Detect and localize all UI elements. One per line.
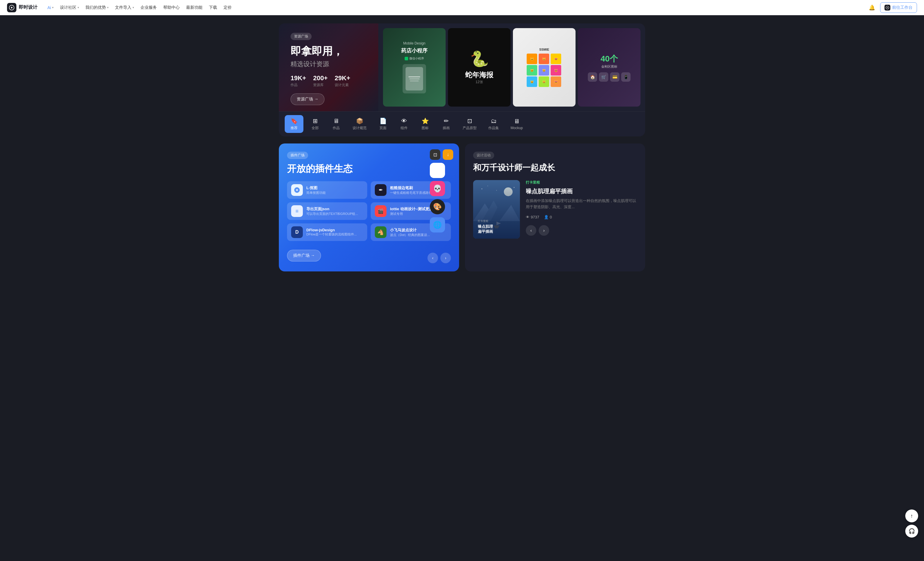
activity-nav: ‹ › xyxy=(526,225,637,236)
logo-text: 即时设计 xyxy=(19,5,38,11)
plugin-float-icon-4: 💀 xyxy=(430,181,445,196)
tab-pages[interactable]: 📄 页面 xyxy=(374,115,392,133)
nav-item-help[interactable]: 帮助中心 xyxy=(160,3,183,12)
plugin-dflow-icon: D xyxy=(291,226,303,238)
activity-name: 噪点肌理扁平插画 xyxy=(526,187,637,195)
activity-meta: 👁 9737 👤 0 xyxy=(526,215,637,219)
nav-item-community[interactable]: 设计社区 ▾ xyxy=(57,3,82,12)
box-icon: 📦 xyxy=(356,117,363,125)
chevron-down-icon: ▾ xyxy=(78,6,79,9)
plugin-item-dflow[interactable]: D DFlow-jsDesign DFlow是一个轻量级的流程图组件... xyxy=(287,223,367,241)
workspace-logo-icon xyxy=(885,5,890,11)
nav-item-latest[interactable]: 最新功能 xyxy=(183,3,206,12)
plugin-float-icon-2: ↓ xyxy=(443,149,453,160)
views-count: 👁 9737 xyxy=(526,215,539,219)
plugin-float-icon-5: 🎨 xyxy=(430,199,445,214)
hero-card-icons[interactable]: 40个 金刚区图标 🏠 🛒 💳 📱 xyxy=(578,28,640,107)
tab-collection[interactable]: 🗂 作品集 xyxy=(484,115,504,133)
plugin-item-cutout[interactable]: L-抠图 简单抠图功能 xyxy=(287,181,367,199)
scroll-top-button[interactable]: ↑ xyxy=(905,510,918,522)
plugin-item-json[interactable]: ≡ 导出页面json 可以导出页面的TEXT和GROUP组... xyxy=(287,202,367,220)
person-icon: 👤 xyxy=(544,215,549,219)
goto-workspace-button[interactable]: 前往工作台 xyxy=(880,2,917,13)
plugin-float-icon-1: ⊡ xyxy=(430,149,440,160)
plugin-float-icon-3: ✂ xyxy=(430,163,445,178)
chevron-down-icon: ▾ xyxy=(107,6,108,9)
floating-plugin-icons: ⊡ ↓ ✂ 💀 🎨 🌐 xyxy=(430,149,453,233)
tab-icons[interactable]: ⭐ 图标 xyxy=(416,115,435,133)
hero-card-mobile[interactable]: Mobile Design 药店小程序 微信小程序 xyxy=(383,28,446,107)
tab-all[interactable]: ⊞ 全部 xyxy=(306,115,324,133)
activity-tag: 打卡里程 xyxy=(526,180,637,185)
bookmark-icon: 🔖 xyxy=(291,117,298,125)
nav-item-download[interactable]: 下载 xyxy=(206,3,220,12)
plugin-cutout-icon xyxy=(291,184,303,196)
tab-recommend[interactable]: 🔖 推荐 xyxy=(285,115,303,133)
plugin-card: ⊡ ↓ ✂ 💀 🎨 🌐 插件广场 开放的插件生态 xyxy=(279,143,459,271)
tab-mockup[interactable]: 🖥 Mockup xyxy=(506,116,528,132)
grid-icon: ⊞ xyxy=(313,117,318,125)
nav-item-pricing[interactable]: 定价 xyxy=(220,3,235,12)
eye-icon: 👁 xyxy=(526,215,530,219)
activity-card: 设计活动 和万千设计师一起成长 xyxy=(465,143,645,271)
hero-title-sub: 精选设计资源 xyxy=(291,60,367,69)
logo[interactable]: 即时设计 xyxy=(7,3,38,12)
activity-next-button[interactable]: › xyxy=(538,225,549,236)
nav-item-advantages[interactable]: 我们的优势 ▾ xyxy=(82,3,111,12)
bottom-section: ⊡ ↓ ✂ 💀 🎨 🌐 插件广场 开放的插件生态 xyxy=(279,143,645,271)
plugin-brush-icon: ✒ xyxy=(375,184,387,196)
tab-illustration[interactable]: ✏ 插画 xyxy=(437,115,456,133)
activity-desc: 在插画中添加噪点肌理可以营造出一种自然的氛围，噪点肌理可以用于塑造阴影、高光、深… xyxy=(526,198,637,210)
activity-prev-button[interactable]: ‹ xyxy=(526,225,536,236)
tab-design-spec[interactable]: 📦 设计规范 xyxy=(348,115,371,133)
plugin-json-icon: ≡ xyxy=(291,205,303,217)
nav-item-enterprise[interactable]: 企业服务 xyxy=(138,3,160,12)
hero-left: 资源广场 即拿即用， 精选设计资源 19K+ 作品 200+ 资源库 xyxy=(279,23,378,111)
plugin-next-button[interactable]: › xyxy=(440,253,451,263)
tab-works[interactable]: 🖥 作品 xyxy=(327,115,345,133)
main-content: 资源广场 即拿即用， 精选设计资源 19K+ 作品 200+ 资源库 xyxy=(272,15,652,278)
plugin-prev-button[interactable]: ‹ xyxy=(428,253,438,263)
nav-items: Ai ▾ 设计社区 ▾ 我们的优势 ▾ 文件导入 ▾ 企业服务 帮助中心 最新功… xyxy=(45,3,866,12)
mockup-icon: 🖥 xyxy=(514,118,520,125)
hero-top: 资源广场 即拿即用， 精选设计资源 19K+ 作品 200+ 资源库 xyxy=(279,23,645,111)
activity-book[interactable]: 打卡里程 噪点肌理扁平插画 xyxy=(473,180,520,239)
headphone-button[interactable]: 🎧 xyxy=(905,525,918,538)
floating-right-buttons: ↑ 🎧 xyxy=(905,510,918,538)
plugin-lottie-icon: 🎬 xyxy=(375,205,387,217)
eye-icon: 👁 xyxy=(401,118,407,125)
plugin-float-icon-6: 🌐 xyxy=(430,217,445,233)
bell-button[interactable]: 🔔 xyxy=(867,3,877,12)
chevron-down-icon: ▾ xyxy=(132,6,134,9)
plugin-badge: 插件广场 xyxy=(287,152,308,159)
hero-title-big: 即拿即用， xyxy=(291,45,367,57)
resource-plaza-button[interactable]: 资源广场 → xyxy=(291,93,324,105)
page-icon: 📄 xyxy=(380,117,387,125)
nav-item-import[interactable]: 文件导入 ▾ xyxy=(112,3,137,12)
star-icon: ⭐ xyxy=(422,117,429,125)
nav-item-ai[interactable]: Ai ▾ xyxy=(45,3,57,12)
nav-right: 🔔 前往工作台 xyxy=(867,2,917,13)
stat-libraries: 200+ 资源库 xyxy=(313,74,328,87)
stat-elements: 29K+ 设计元素 xyxy=(335,74,350,87)
hero-card-character[interactable]: SSMIE 😺 😸 😻 😺 😸 😻 😺 😸 😻 xyxy=(513,28,576,107)
monitor-icon: 🖥 xyxy=(333,118,339,125)
tab-components[interactable]: 👁 组件 xyxy=(395,115,413,133)
hero-card-snake[interactable]: 🐍 蛇年海报 12张 xyxy=(448,28,511,107)
tab-prototype[interactable]: ⊡ 产品原型 xyxy=(458,115,481,133)
navbar: 即时设计 Ai ▾ 设计社区 ▾ 我们的优势 ▾ 文件导入 ▾ 企业服务 帮助中… xyxy=(0,0,924,15)
activity-title: 和万千设计师一起成长 xyxy=(473,162,637,173)
activity-info: 打卡里程 噪点肌理扁平插画 在插画中添加噪点肌理可以营造出一种自然的氛围，噪点肌… xyxy=(526,180,637,236)
plugin-list: L-抠图 简单抠图功能 ✒ 粗糙描边笔刷 一键生成粗糙毛笔字质感路径描边... xyxy=(287,181,451,241)
plugin-plaza-button[interactable]: 插件广场 → xyxy=(287,250,321,262)
hero-badge: 资源广场 xyxy=(291,33,312,40)
stat-works: 19K+ 作品 xyxy=(291,74,306,87)
activity-content: 打卡里程 噪点肌理扁平插画 打卡里程 噪点肌理扁平插画 在插画中添加噪点肌理可以… xyxy=(473,180,637,239)
activity-badge: 设计活动 xyxy=(473,152,494,159)
hero-stats: 19K+ 作品 200+ 资源库 29K+ 设计元素 xyxy=(291,74,367,87)
plugin-carousel-nav: ‹ › xyxy=(428,253,451,263)
hero-section: 资源广场 即拿即用， 精选设计资源 19K+ 作品 200+ 资源库 xyxy=(279,23,645,137)
prototype-icon: ⊡ xyxy=(467,117,472,125)
logo-icon xyxy=(7,3,16,12)
up-arrow-icon: ↑ xyxy=(910,513,913,519)
